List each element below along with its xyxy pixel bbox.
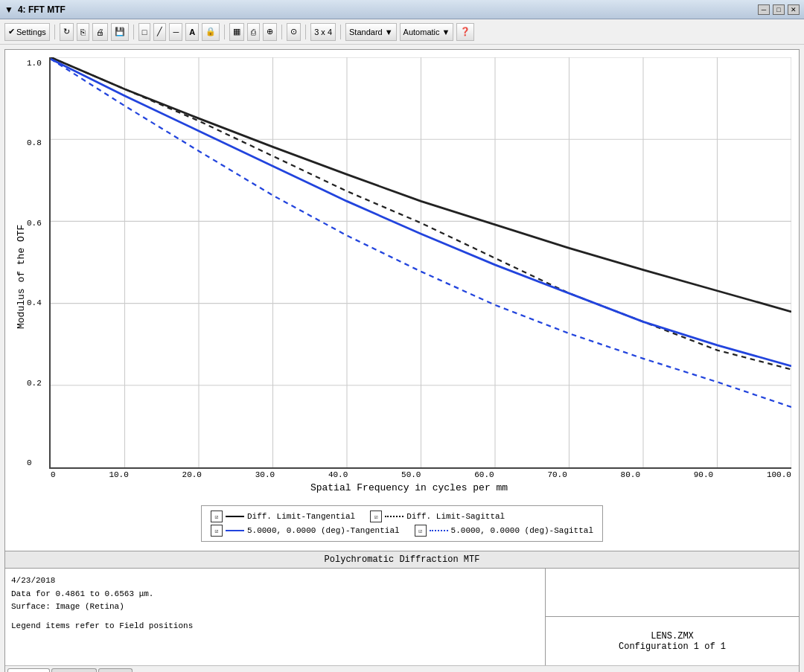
tab-classic[interactable]: Classic	[51, 668, 97, 672]
x-axis-ticks-container: 0 10.0 20.0 30.0 40.0 50.0 60.0 70.0 80.…	[52, 469, 791, 479]
layers-button[interactable]: ⊕	[263, 23, 277, 41]
legend-row-2: ☑ 5.0000, 0.0000 (deg)-Tangential ☑ 5.00…	[211, 525, 593, 537]
chart-wrapper: Modulus of the OTF 0 0.2 0.4 0.6 0.8 1.0	[13, 57, 791, 496]
chart-inner: 0 0.2 0.4 0.6 0.8 1.0	[27, 57, 791, 496]
legend-icon-1: ☑	[211, 511, 223, 522]
standard-button[interactable]: Standard ▼	[345, 23, 397, 41]
automatic-button[interactable]: Automatic ▼	[400, 23, 454, 41]
copy-icon: ⎘	[80, 28, 86, 36]
y-axis-ticks: 0 0.2 0.4 0.6 0.8 1.0	[27, 57, 49, 469]
info-left: 4/23/2018 Data for 0.4861 to 0.6563 μm. …	[5, 569, 546, 665]
line-icon: ╱	[157, 27, 162, 36]
target-button[interactable]: ⊙	[287, 23, 301, 41]
legend-label-3: 5.0000, 0.0000 (deg)-Tangential	[247, 526, 400, 535]
separator-4	[281, 25, 282, 39]
toolbar: ✔ Settings ↻ ⎘ 🖨 💾 □ ╱ ─ A 🔒 ▦ ⎙ ⊕ ⊙ 3 x…	[0, 19, 804, 45]
tabs-bar: Graph Classic Text	[5, 665, 799, 672]
chart-svg	[51, 57, 791, 467]
refresh-icon: ↻	[63, 27, 70, 36]
separator-1	[54, 25, 55, 39]
draw-text-button[interactable]: A	[185, 23, 199, 41]
help-icon: ❓	[460, 27, 470, 36]
restore-button[interactable]: □	[773, 4, 785, 15]
minimize-button[interactable]: ─	[758, 4, 770, 15]
title-bar-controls[interactable]: ─ □ ✕	[758, 4, 800, 15]
target-icon: ⊙	[290, 27, 297, 36]
legend-label-1: Diff. Limit-Tangential	[247, 512, 355, 521]
info-title: Polychromatic Diffraction MTF	[5, 551, 799, 569]
window-title: 4: FFT MTF	[18, 4, 66, 15]
legend-label-4: 5.0000, 0.0000 (deg)-Sagittal	[451, 526, 593, 535]
legend-line-solid-black	[226, 516, 244, 517]
rect-icon: □	[142, 28, 147, 36]
info-file-config: LENS.ZMX Configuration 1 of 1	[619, 631, 726, 652]
legend-label-2: Diff. Limit-Sagittal	[406, 512, 505, 521]
info-surface: Surface: Image (Retina)	[11, 601, 539, 614]
draw-rect-button[interactable]: □	[138, 23, 151, 41]
separator-5	[305, 25, 306, 39]
print-icon: 🖨	[96, 28, 104, 36]
text-icon: A	[189, 28, 195, 36]
save-button[interactable]: 💾	[111, 23, 129, 41]
settings-label: Settings	[16, 28, 46, 36]
legend-line-dotted-blue	[430, 530, 448, 531]
save-icon: 💾	[115, 27, 125, 36]
grid-label-button[interactable]: 3 x 4	[310, 23, 336, 41]
graph-container	[49, 57, 791, 469]
legend-row-1: ☑ Diff. Limit-Tangential ☑ Diff. Limit-S…	[211, 511, 593, 522]
info-legend-note: Legend items refer to Field positions	[11, 620, 539, 633]
automatic-label: Automatic ▼	[403, 28, 450, 36]
legend-icon-2: ☑	[370, 511, 382, 522]
legend-item-1: ☑ Diff. Limit-Tangential	[211, 511, 355, 522]
print-button[interactable]: 🖨	[92, 23, 108, 41]
grid-label: 3 x 4	[314, 28, 332, 36]
legend-icon-4: ☑	[415, 525, 427, 537]
x-axis-ticks: 0 10.0 20.0 30.0 40.0 50.0 60.0 70.0 80.…	[51, 469, 791, 479]
info-body: 4/23/2018 Data for 0.4861 to 0.6563 μm. …	[5, 569, 799, 665]
main-content: Modulus of the OTF 0 0.2 0.4 0.6 0.8 1.0	[4, 49, 800, 672]
info-configuration: Configuration 1 of 1	[619, 641, 726, 652]
lock-icon: 🔒	[205, 27, 216, 36]
copy-button[interactable]: ⎘	[77, 23, 89, 41]
layers-icon: ⊕	[267, 27, 273, 36]
tab-text[interactable]: Text	[98, 668, 133, 672]
draw-hline-button[interactable]: ─	[169, 23, 182, 41]
tab-graph[interactable]: Graph	[7, 668, 50, 672]
legend-item-3: ☑ 5.0000, 0.0000 (deg)-Tangential	[211, 525, 400, 537]
x-axis-label: Spatial Frequency in cycles per mm	[27, 479, 791, 496]
close-button[interactable]: ✕	[788, 4, 800, 15]
export-icon: ⎙	[251, 28, 256, 36]
info-filename: LENS.ZMX	[619, 631, 726, 641]
info-data-range: Data for 0.4861 to 0.6563 μm.	[11, 588, 539, 601]
legend-icon-3: ☑	[211, 525, 223, 537]
title-bar-title: ▼ 4: FFT MTF	[4, 4, 66, 15]
info-right: LENS.ZMX Configuration 1 of 1	[546, 569, 799, 665]
chart-area: Modulus of the OTF 0 0.2 0.4 0.6 0.8 1.0	[5, 50, 799, 551]
legend-line-solid-blue	[226, 530, 244, 531]
settings-button[interactable]: ✔ Settings	[4, 23, 50, 41]
y-axis-label: Modulus of the OTF	[13, 57, 27, 496]
separator-3	[224, 25, 225, 39]
settings-icon: ✔	[8, 27, 15, 36]
standard-label: Standard ▼	[349, 28, 393, 36]
separator-6	[340, 25, 341, 39]
legend-item-2: ☑ Diff. Limit-Sagittal	[370, 511, 505, 522]
grid-select-button[interactable]: ▦	[229, 23, 244, 41]
legend-container: ☑ Diff. Limit-Tangential ☑ Diff. Limit-S…	[13, 499, 791, 548]
title-bar: ▼ 4: FFT MTF ─ □ ✕	[0, 0, 804, 19]
info-section: Polychromatic Diffraction MTF 4/23/2018 …	[5, 551, 799, 665]
draw-line-button[interactable]: ╱	[153, 23, 166, 41]
export-button[interactable]: ⎙	[247, 23, 260, 41]
grid-icon: ▦	[233, 27, 240, 36]
legend-line-dotted-black	[385, 516, 403, 517]
hline-icon: ─	[173, 28, 179, 36]
info-date: 4/23/2018	[11, 575, 539, 588]
lock-button[interactable]: 🔒	[202, 23, 220, 41]
title-icon: ▼	[4, 4, 13, 15]
legend-item-4: ☑ 5.0000, 0.0000 (deg)-Sagittal	[415, 525, 593, 537]
help-button[interactable]: ❓	[456, 23, 474, 41]
refresh-button[interactable]: ↻	[60, 23, 74, 41]
info-right-top	[546, 569, 799, 617]
separator-2	[133, 25, 134, 39]
info-right-bottom: LENS.ZMX Configuration 1 of 1	[546, 617, 799, 665]
